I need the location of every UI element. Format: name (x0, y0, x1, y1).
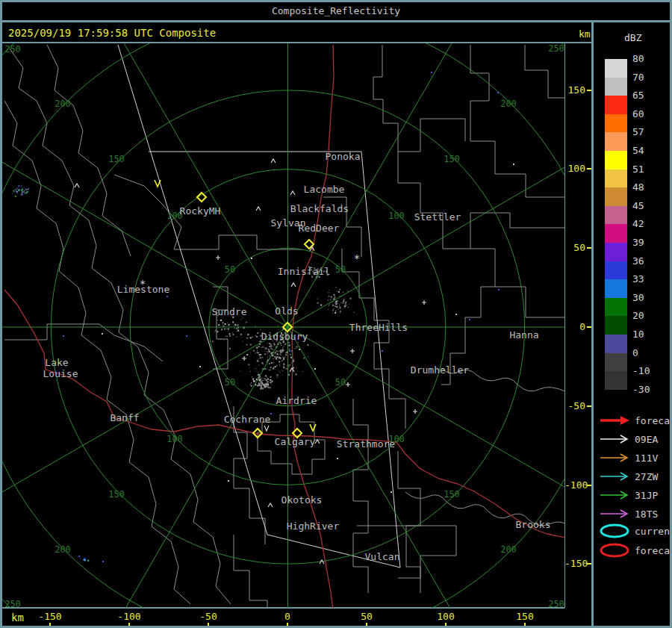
range-ring-label: 150 (108, 489, 125, 500)
town-dot-icon (251, 258, 252, 259)
bottom-axis-tick (366, 623, 367, 627)
city-label-Innisfail: Innisfail (278, 266, 330, 277)
station-plus-icon (422, 300, 426, 305)
legend-label: 27ZW (635, 471, 658, 482)
city-label-Sundre: Sundre (212, 306, 247, 317)
track-arrow-icon (599, 488, 632, 503)
echo-dot-icon (431, 72, 432, 73)
bottom-axis-label: -50 (192, 611, 225, 622)
station-caret-icon (256, 207, 261, 211)
bottom-axis-label: 0 (271, 611, 304, 622)
city-label-Airdrie: Airdrie (276, 395, 317, 406)
storm-vector-check-icon (310, 424, 316, 431)
station-check-icon (264, 426, 269, 431)
town-dot-icon (199, 366, 201, 367)
county-boundary (10, 49, 231, 604)
scale-level-label: 33 (632, 274, 665, 285)
scale-color-block (605, 298, 627, 317)
range-ring-label: 150 (444, 489, 460, 500)
legend-item-forecast: forecast (599, 413, 672, 428)
bottom-axis-label: 100 (429, 611, 462, 622)
city-label-Strathmore: Strathmore (337, 438, 395, 450)
storm-ellipse-icon (599, 523, 632, 538)
station-caret-icon (268, 503, 273, 507)
range-ring-label: 250 (548, 43, 564, 54)
legend-label: forecast (635, 415, 672, 426)
county-boundary (342, 249, 405, 429)
scale-color-block (605, 261, 627, 280)
city-label-Blackfalds: Blackfalds (290, 203, 349, 214)
city-label-Ponoka: Ponoka (326, 151, 361, 162)
scale-level-label: 48 (632, 182, 665, 193)
scale-level-label: 42 (632, 219, 665, 229)
echo-dot-icon (382, 350, 383, 352)
town-dot-icon (314, 368, 316, 370)
station-caret-icon (320, 560, 324, 564)
legend-label: 18TS (635, 509, 658, 520)
town-dot-icon (220, 320, 222, 321)
city-label-Limestone: Limestone (117, 284, 170, 295)
echo-dot-icon (63, 335, 64, 337)
scale-level-label: 20 (632, 311, 665, 321)
right-axis-tick (587, 405, 591, 407)
right-axis-label: 100 (564, 163, 585, 174)
scale-level-label: -10 (632, 366, 665, 376)
radar-sector-outline (118, 45, 400, 568)
scale-color-block (605, 316, 627, 335)
scale-level-label: 70 (632, 72, 665, 83)
forecast-arrow-icon (599, 413, 632, 428)
city-label-Hanna: Hanna (509, 329, 538, 341)
track-arrow-icon (599, 506, 632, 521)
legend-label: 111V (635, 453, 658, 464)
right-axis-unit: km (579, 28, 591, 40)
city-label-Lacombe: Lacombe (304, 184, 345, 195)
city-label-Lake: Lake (45, 357, 68, 368)
right-axis-tick (587, 168, 591, 170)
echo-dot-icon (498, 289, 500, 290)
bottom-axis-tick (49, 623, 51, 627)
city-label-Brooks: Brooks (516, 519, 551, 530)
range-ring-label: 50 (335, 377, 346, 388)
county-boundary (174, 235, 302, 249)
scale-color-block (605, 335, 627, 353)
scale-title: dBZ (624, 32, 641, 43)
city-label-Vulcan: Vulcan (365, 551, 400, 562)
legend-label: current (635, 526, 672, 537)
town-dot-icon (513, 164, 514, 165)
range-ring-label: 50 (335, 264, 346, 275)
right-axis-label: -50 (564, 400, 585, 411)
echo-dot-icon (186, 335, 187, 337)
bottom-axis-tick (287, 623, 288, 627)
range-ring-250km (2, 43, 564, 608)
echo-dot-icon (497, 92, 499, 93)
right-axis-tick (587, 485, 591, 486)
station-plus-icon (350, 349, 355, 353)
bottom-axis: km -150-100-50050100150 (2, 609, 591, 626)
legend-label: 09EA (635, 434, 658, 445)
range-ring-200km (2, 43, 564, 608)
scale-level-label: 36 (632, 256, 665, 267)
range-ring-label: 200 (55, 99, 71, 109)
bottom-axis-tick (524, 623, 526, 627)
right-axis-label: 150 (564, 84, 585, 96)
echo-dot-icon (289, 350, 290, 352)
city-label-Didsbury: Didsbury (261, 331, 308, 342)
right-axis-tick (587, 563, 591, 565)
range-ring-label: 150 (108, 154, 125, 164)
town-dot-icon (455, 314, 457, 315)
storm-vector-check-icon (155, 180, 161, 187)
track-arrow-icon (599, 432, 632, 447)
scale-color-block (605, 151, 627, 170)
station-plus-icon (413, 409, 417, 414)
title-bar: Composite_Reflectivity (2, 2, 670, 22)
county-boundary (398, 119, 465, 152)
city-label-ThreeHills: ThreeHills (349, 322, 408, 333)
city-label-Okotoks: Okotoks (281, 494, 323, 506)
station-caret-icon (291, 283, 296, 287)
scale-level-label: 51 (632, 164, 665, 175)
scale-color-block (605, 114, 627, 133)
bottom-axis-tick (208, 623, 209, 627)
right-axis-tick (587, 247, 591, 249)
right-axis-label: 0 (564, 321, 585, 332)
range-ring-label: 100 (388, 211, 405, 221)
